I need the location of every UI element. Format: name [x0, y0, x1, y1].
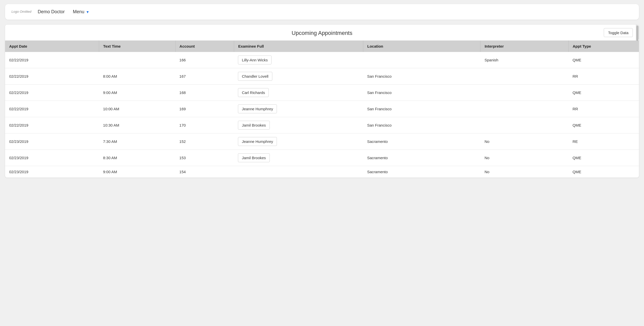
cell-appt-type: QME [569, 52, 639, 68]
col-header-interpreter: Interpreter [480, 40, 569, 52]
table-row: 02/23/20199:00 AM154SacramentoNoQME [5, 166, 639, 178]
cell-location: Sacramento [363, 166, 480, 178]
col-header-examinee-full: Examinee Full [234, 40, 363, 52]
cell-account: 166 [175, 52, 234, 68]
cell-location: San Francisco [363, 101, 480, 117]
cell-examinee-full: Chandler Lovell [234, 68, 363, 85]
cell-account: 153 [175, 150, 234, 166]
cell-appt-date: 02/23/2019 [5, 166, 99, 178]
table-row: 02/23/20197:30 AM152Jeanne HumphreySacra… [5, 133, 639, 150]
cell-location: Sacramento [363, 133, 480, 150]
table-row: 02/22/20198:00 AM167Chandler LovellSan F… [5, 68, 639, 85]
col-header-location: Location [363, 40, 480, 52]
cell-account: 154 [175, 166, 234, 178]
cell-appt-type: QME [569, 150, 639, 166]
col-header-appt-date: Appt Date [5, 40, 99, 52]
cell-text-time [99, 52, 175, 68]
col-header-appt-type: Appt Type [569, 40, 639, 52]
card-title: Upcoming Appointments [292, 30, 352, 36]
cell-interpreter: Spanish [480, 52, 569, 68]
cell-appt-type: RR [569, 68, 639, 85]
table-row: 02/22/201910:30 AM170Jamil BrookesSan Fr… [5, 117, 639, 133]
examinee-button[interactable]: Carl Richards [238, 88, 269, 97]
toggle-data-button[interactable]: Toggle Data [604, 28, 633, 37]
cell-account: 169 [175, 101, 234, 117]
col-header-text-time: Text Time [99, 40, 175, 52]
cell-location: San Francisco [363, 85, 480, 101]
cell-interpreter: No [480, 150, 569, 166]
card-header: Upcoming Appointments Toggle Data [5, 25, 639, 40]
main-content: Upcoming Appointments Toggle Data Appt D… [5, 25, 639, 178]
cell-interpreter: No [480, 133, 569, 150]
cell-appt-type: QME [569, 85, 639, 101]
logo: Logo Omitted [11, 10, 32, 14]
cell-location: San Francisco [363, 68, 480, 85]
examinee-button[interactable]: Chandler Lovell [238, 72, 272, 81]
cell-appt-date: 02/22/2019 [5, 117, 99, 133]
chevron-down-icon: ▼ [86, 10, 89, 14]
header: Logo Omitted Demo Doctor Menu ▼ [5, 4, 639, 20]
examinee-button[interactable]: Jeanne Humphrey [238, 137, 277, 146]
cell-location: San Francisco [363, 117, 480, 133]
cell-appt-type: RE [569, 133, 639, 150]
cell-interpreter [480, 117, 569, 133]
cell-interpreter: No [480, 166, 569, 178]
cell-account: 168 [175, 85, 234, 101]
cell-location: Sacramento [363, 150, 480, 166]
cell-examinee-full: Jamil Brookes [234, 150, 363, 166]
cell-account: 170 [175, 117, 234, 133]
cell-text-time: 9:00 AM [99, 166, 175, 178]
table-row: 02/22/201910:00 AM169Jeanne HumphreySan … [5, 101, 639, 117]
cell-text-time: 7:30 AM [99, 133, 175, 150]
table-header-row: Appt Date Text Time Account Examinee Ful… [5, 40, 639, 52]
cell-location [363, 52, 480, 68]
cell-examinee-full: Jamil Brookes [234, 117, 363, 133]
appointments-table: Appt Date Text Time Account Examinee Ful… [5, 40, 639, 178]
cell-examinee-full: Carl Richards [234, 85, 363, 101]
scrollbar[interactable] [636, 25, 639, 40]
cell-text-time: 9:00 AM [99, 85, 175, 101]
cell-interpreter [480, 101, 569, 117]
table-row: 02/22/20199:00 AM168Carl RichardsSan Fra… [5, 85, 639, 101]
col-header-account: Account [175, 40, 234, 52]
cell-appt-date: 02/23/2019 [5, 150, 99, 166]
cell-appt-type: RR [569, 101, 639, 117]
cell-appt-date: 02/22/2019 [5, 52, 99, 68]
cell-appt-date: 02/22/2019 [5, 85, 99, 101]
cell-text-time: 10:00 AM [99, 101, 175, 117]
cell-examinee-full [234, 166, 363, 178]
cell-text-time: 10:30 AM [99, 117, 175, 133]
doctor-name: Demo Doctor [38, 9, 65, 15]
cell-examinee-full: Jeanne Humphrey [234, 133, 363, 150]
cell-appt-date: 02/22/2019 [5, 68, 99, 85]
menu-button[interactable]: Menu ▼ [71, 8, 91, 16]
menu-label: Menu [73, 9, 84, 15]
cell-appt-date: 02/23/2019 [5, 133, 99, 150]
cell-appt-type: QME [569, 166, 639, 178]
table-row: 02/22/2019166Lilly-Ann WicksSpanishQME [5, 52, 639, 68]
examinee-button[interactable]: Jamil Brookes [238, 121, 270, 130]
cell-appt-date: 02/22/2019 [5, 101, 99, 117]
table-row: 02/23/20198:30 AM153Jamil BrookesSacrame… [5, 150, 639, 166]
cell-examinee-full: Lilly-Ann Wicks [234, 52, 363, 68]
cell-interpreter [480, 85, 569, 101]
examinee-button[interactable]: Jeanne Humphrey [238, 104, 277, 113]
cell-interpreter [480, 68, 569, 85]
appointments-card: Upcoming Appointments Toggle Data Appt D… [5, 25, 639, 178]
examinee-button[interactable]: Jamil Brookes [238, 153, 270, 162]
cell-text-time: 8:30 AM [99, 150, 175, 166]
examinee-button[interactable]: Lilly-Ann Wicks [238, 56, 272, 64]
cell-account: 167 [175, 68, 234, 85]
cell-appt-type: QME [569, 117, 639, 133]
cell-text-time: 8:00 AM [99, 68, 175, 85]
cell-examinee-full: Jeanne Humphrey [234, 101, 363, 117]
cell-account: 152 [175, 133, 234, 150]
scrollbar-thumb [636, 26, 638, 41]
